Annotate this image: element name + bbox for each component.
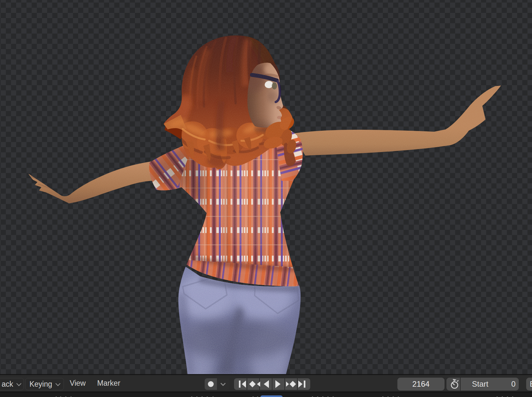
svg-text:E: E <box>530 380 532 388</box>
svg-text:0: 0 <box>511 380 516 388</box>
svg-text:2164: 2164 <box>412 380 429 388</box>
svg-text:Start: Start <box>472 380 488 388</box>
